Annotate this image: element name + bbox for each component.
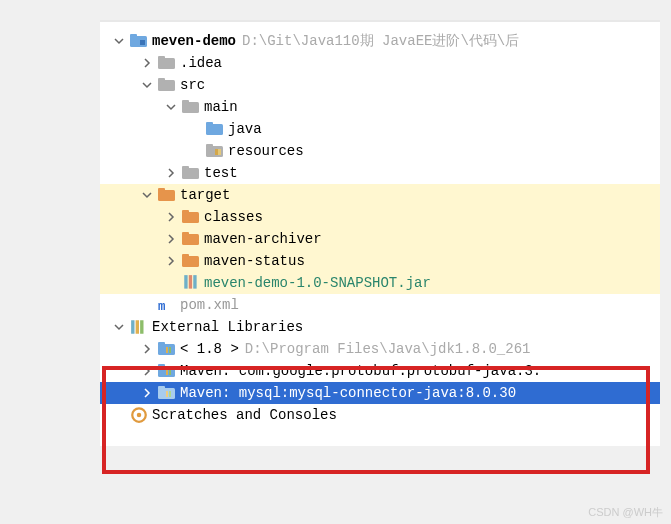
chevron-down-icon[interactable] xyxy=(140,188,154,202)
tree-row-maven-status[interactable]: maven-status xyxy=(100,250,660,272)
library-folder-icon xyxy=(158,385,176,401)
folder-icon xyxy=(182,99,200,115)
tree-label: resources xyxy=(228,143,304,159)
svg-rect-31 xyxy=(140,320,143,334)
tree-row-target[interactable]: target xyxy=(100,184,660,206)
chevron-right-icon[interactable] xyxy=(140,386,154,400)
excluded-folder-icon xyxy=(182,253,200,269)
tree-label: meven-demo xyxy=(152,33,236,49)
library-folder-icon xyxy=(158,341,176,357)
folder-icon xyxy=(158,77,176,93)
tree-row-classes[interactable]: classes xyxy=(100,206,660,228)
svg-rect-35 xyxy=(169,347,171,353)
svg-rect-33 xyxy=(158,342,165,346)
tree-row-resources[interactable]: resources xyxy=(100,140,660,162)
svg-rect-12 xyxy=(206,144,213,148)
svg-rect-37 xyxy=(158,364,165,368)
chevron-down-icon[interactable] xyxy=(112,320,126,334)
chevron-right-icon[interactable] xyxy=(164,254,178,268)
module-folder-icon xyxy=(130,33,148,49)
source-folder-icon xyxy=(206,121,224,137)
excluded-folder-icon xyxy=(158,187,176,203)
folder-icon xyxy=(158,55,176,71)
chevron-right-icon[interactable] xyxy=(164,166,178,180)
tree-row-jar[interactable]: meven-demo-1.0-SNAPSHOT.jar xyxy=(100,272,660,294)
tree-label: classes xyxy=(204,209,263,225)
tree-row-src[interactable]: src xyxy=(100,74,660,96)
tree-row-maven-archiver[interactable]: maven-archiver xyxy=(100,228,660,250)
watermark: CSDN @WH牛 xyxy=(588,505,663,520)
tree-label: main xyxy=(204,99,238,115)
svg-rect-16 xyxy=(182,166,189,170)
tree-label: java xyxy=(228,121,262,137)
svg-text:m: m xyxy=(158,300,165,314)
svg-rect-30 xyxy=(136,320,139,334)
svg-rect-4 xyxy=(158,56,165,60)
svg-rect-22 xyxy=(182,232,189,236)
svg-rect-6 xyxy=(158,78,165,82)
svg-rect-26 xyxy=(189,275,192,289)
svg-rect-13 xyxy=(215,149,218,155)
chevron-right-icon[interactable] xyxy=(140,364,154,378)
svg-rect-25 xyxy=(184,275,187,289)
svg-rect-41 xyxy=(158,386,165,390)
svg-rect-39 xyxy=(169,369,171,375)
svg-rect-38 xyxy=(166,369,168,375)
chevron-right-icon[interactable] xyxy=(164,232,178,246)
svg-rect-27 xyxy=(193,275,196,289)
tree-row-idea[interactable]: .idea xyxy=(100,52,660,74)
svg-rect-42 xyxy=(166,391,168,397)
svg-rect-20 xyxy=(182,210,189,214)
tree-row-protobuf[interactable]: Maven: com.google.protobuf:protobuf-java… xyxy=(100,360,660,382)
chevron-down-icon[interactable] xyxy=(140,78,154,92)
tree-row-jdk[interactable]: < 1.8 > D:\Program Files\Java\jdk1.8.0_2… xyxy=(100,338,660,360)
libraries-icon xyxy=(130,319,148,335)
tree-path: D:\Program Files\Java\jdk1.8.0_261 xyxy=(245,341,531,357)
tree-label: External Libraries xyxy=(152,319,303,335)
folder-icon xyxy=(182,165,200,181)
tree-row-root[interactable]: meven-demo D:\Git\Java110期 JavaEE进阶\代码\后 xyxy=(100,30,660,52)
chevron-right-icon[interactable] xyxy=(140,56,154,70)
resources-folder-icon xyxy=(206,143,224,159)
tree-path: D:\Git\Java110期 JavaEE进阶\代码\后 xyxy=(242,32,519,50)
svg-rect-43 xyxy=(169,391,171,397)
chevron-down-icon[interactable] xyxy=(164,100,178,114)
chevron-down-icon[interactable] xyxy=(112,34,126,48)
tree-label: pom.xml xyxy=(180,297,239,313)
svg-rect-29 xyxy=(131,320,134,334)
tree-label: maven-status xyxy=(204,253,305,269)
tree-label: meven-demo-1.0-SNAPSHOT.jar xyxy=(204,275,431,291)
svg-rect-10 xyxy=(206,122,213,126)
tree-row-external-libs[interactable]: External Libraries xyxy=(100,316,660,338)
svg-rect-1 xyxy=(130,34,137,38)
svg-rect-34 xyxy=(166,347,168,353)
tree-label: target xyxy=(180,187,230,203)
svg-point-45 xyxy=(137,413,142,418)
tree-label: .idea xyxy=(180,55,222,71)
jar-file-icon xyxy=(182,275,200,291)
svg-rect-8 xyxy=(182,100,189,104)
tree-row-pom[interactable]: m pom.xml xyxy=(100,294,660,316)
tree-row-mysql[interactable]: Maven: mysql:mysql-connector-java:8.0.30 xyxy=(100,382,660,404)
tree-label: maven-archiver xyxy=(204,231,322,247)
tree-row-test[interactable]: test xyxy=(100,162,660,184)
svg-rect-2 xyxy=(140,40,145,45)
tree-label: < 1.8 > xyxy=(180,341,239,357)
chevron-right-icon[interactable] xyxy=(164,210,178,224)
tree-row-main[interactable]: main xyxy=(100,96,660,118)
tree-label: test xyxy=(204,165,238,181)
chevron-right-icon[interactable] xyxy=(140,342,154,356)
tree-label: Maven: mysql:mysql-connector-java:8.0.30 xyxy=(180,385,516,401)
svg-rect-18 xyxy=(158,188,165,192)
tree-label: src xyxy=(180,77,205,93)
tree-row-java[interactable]: java xyxy=(100,118,660,140)
svg-rect-24 xyxy=(182,254,189,258)
tree-label: Maven: com.google.protobuf:protobuf-java… xyxy=(180,363,541,379)
excluded-folder-icon xyxy=(182,231,200,247)
tree-row-scratches[interactable]: Scratches and Consoles xyxy=(100,404,660,426)
svg-rect-14 xyxy=(218,149,221,155)
excluded-folder-icon xyxy=(182,209,200,225)
library-folder-icon xyxy=(158,363,176,379)
tree-label: Scratches and Consoles xyxy=(152,407,337,423)
scratches-icon xyxy=(130,407,148,423)
